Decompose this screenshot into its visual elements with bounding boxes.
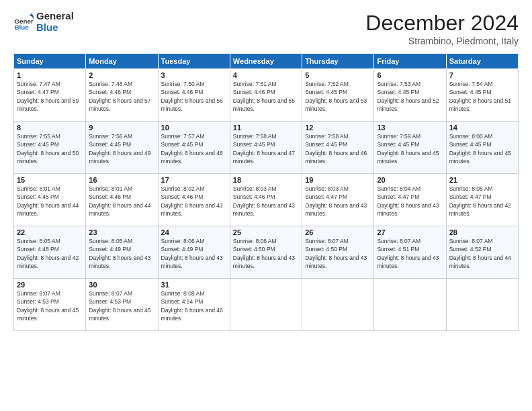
day-detail: Sunrise: 7:54 AMSunset: 4:45 PMDaylight:… — [449, 81, 511, 112]
day-number: 21 — [449, 176, 515, 184]
calendar-cell: 2 Sunrise: 7:48 AMSunset: 4:46 PMDayligh… — [86, 69, 158, 122]
calendar-cell: 26 Sunrise: 8:07 AMSunset: 4:50 PMDaylig… — [302, 226, 374, 279]
header-sunday: Sunday — [14, 54, 86, 69]
day-detail: Sunrise: 7:51 AMSunset: 4:46 PMDaylight:… — [233, 81, 295, 112]
calendar-cell: 8 Sunrise: 7:55 AMSunset: 4:45 PMDayligh… — [14, 122, 86, 174]
day-number: 1 — [17, 71, 83, 79]
calendar-cell: 6 Sunrise: 7:53 AMSunset: 4:45 PMDayligh… — [374, 69, 446, 122]
page: General Blue General Blue December 2024 … — [0, 0, 532, 411]
calendar-cell: 10 Sunrise: 7:57 AMSunset: 4:45 PMDaylig… — [158, 122, 230, 174]
header-wednesday: Wednesday — [230, 54, 302, 69]
day-number: 18 — [233, 176, 299, 184]
calendar-row-5: 29 Sunrise: 8:07 AMSunset: 4:53 PMDaylig… — [14, 279, 519, 331]
calendar-cell — [374, 279, 446, 331]
day-detail: Sunrise: 8:04 AMSunset: 4:47 PMDaylight:… — [377, 185, 439, 217]
calendar-cell: 27 Sunrise: 8:07 AMSunset: 4:51 PMDaylig… — [374, 226, 446, 279]
header-tuesday: Tuesday — [158, 54, 230, 69]
day-number: 25 — [233, 228, 299, 236]
day-number: 31 — [161, 281, 227, 289]
day-detail: Sunrise: 8:00 AMSunset: 4:45 PMDaylight:… — [449, 133, 511, 165]
calendar-cell: 14 Sunrise: 8:00 AMSunset: 4:45 PMDaylig… — [446, 122, 518, 174]
month-title: December 2024 — [365, 11, 519, 36]
calendar-cell: 18 Sunrise: 8:03 AMSunset: 4:46 PMDaylig… — [230, 174, 302, 226]
calendar-cell: 24 Sunrise: 8:06 AMSunset: 4:49 PMDaylig… — [158, 226, 230, 279]
day-detail: Sunrise: 7:50 AMSunset: 4:46 PMDaylight:… — [161, 81, 223, 112]
calendar-row-4: 22 Sunrise: 8:05 AMSunset: 4:48 PMDaylig… — [14, 226, 519, 279]
weekday-header-row: Sunday Monday Tuesday Wednesday Thursday… — [14, 54, 519, 69]
calendar-cell: 31 Sunrise: 8:08 AMSunset: 4:54 PMDaylig… — [158, 279, 230, 331]
header-saturday: Saturday — [446, 54, 518, 69]
day-detail: Sunrise: 8:03 AMSunset: 4:47 PMDaylight:… — [305, 185, 367, 217]
day-detail: Sunrise: 8:07 AMSunset: 4:50 PMDaylight:… — [305, 238, 367, 269]
day-number: 12 — [305, 124, 371, 132]
calendar-cell: 25 Sunrise: 8:06 AMSunset: 4:50 PMDaylig… — [230, 226, 302, 279]
day-number: 10 — [161, 124, 227, 132]
day-detail: Sunrise: 8:05 AMSunset: 4:49 PMDaylight:… — [89, 238, 150, 269]
day-detail: Sunrise: 7:59 AMSunset: 4:45 PMDaylight:… — [377, 133, 439, 165]
day-detail: Sunrise: 7:57 AMSunset: 4:45 PMDaylight:… — [161, 133, 223, 165]
day-detail: Sunrise: 7:52 AMSunset: 4:45 PMDaylight:… — [305, 81, 367, 112]
header-monday: Monday — [86, 54, 158, 69]
calendar-cell: 30 Sunrise: 8:07 AMSunset: 4:53 PMDaylig… — [86, 279, 158, 331]
calendar-cell: 4 Sunrise: 7:51 AMSunset: 4:46 PMDayligh… — [230, 69, 302, 122]
day-number: 14 — [449, 124, 515, 132]
day-detail: Sunrise: 7:55 AMSunset: 4:45 PMDaylight:… — [17, 133, 79, 165]
svg-text:Blue: Blue — [15, 24, 30, 31]
day-detail: Sunrise: 8:01 AMSunset: 4:45 PMDaylight:… — [17, 185, 79, 217]
calendar-cell: 3 Sunrise: 7:50 AMSunset: 4:46 PMDayligh… — [158, 69, 230, 122]
calendar-cell: 15 Sunrise: 8:01 AMSunset: 4:45 PMDaylig… — [14, 174, 86, 226]
calendar-cell: 21 Sunrise: 8:05 AMSunset: 4:47 PMDaylig… — [446, 174, 518, 226]
svg-marker-2 — [30, 13, 34, 16]
day-detail: Sunrise: 7:53 AMSunset: 4:45 PMDaylight:… — [377, 81, 439, 112]
day-number: 20 — [377, 176, 443, 184]
calendar-cell: 13 Sunrise: 7:59 AMSunset: 4:45 PMDaylig… — [374, 122, 446, 174]
calendar-cell — [446, 279, 518, 331]
day-detail: Sunrise: 8:05 AMSunset: 4:48 PMDaylight:… — [17, 238, 79, 269]
day-number: 6 — [377, 71, 443, 79]
day-number: 4 — [233, 71, 299, 79]
header-friday: Friday — [374, 54, 446, 69]
logo-icon: General Blue — [13, 12, 34, 32]
calendar-cell: 20 Sunrise: 8:04 AMSunset: 4:47 PMDaylig… — [374, 174, 446, 226]
calendar-cell: 17 Sunrise: 8:02 AMSunset: 4:46 PMDaylig… — [158, 174, 230, 226]
title-block: December 2024 Strambino, Piedmont, Italy — [365, 11, 519, 46]
day-detail: Sunrise: 8:07 AMSunset: 4:53 PMDaylight:… — [17, 290, 79, 322]
day-number: 3 — [161, 71, 227, 79]
day-detail: Sunrise: 8:06 AMSunset: 4:50 PMDaylight:… — [233, 238, 295, 269]
day-detail: Sunrise: 7:58 AMSunset: 4:45 PMDaylight:… — [305, 133, 367, 165]
day-detail: Sunrise: 8:07 AMSunset: 4:53 PMDaylight:… — [89, 290, 150, 322]
day-detail: Sunrise: 8:07 AMSunset: 4:51 PMDaylight:… — [377, 238, 439, 269]
day-detail: Sunrise: 8:02 AMSunset: 4:46 PMDaylight:… — [161, 185, 223, 217]
calendar-cell: 11 Sunrise: 7:58 AMSunset: 4:45 PMDaylig… — [230, 122, 302, 174]
calendar-row-3: 15 Sunrise: 8:01 AMSunset: 4:45 PMDaylig… — [14, 174, 519, 226]
calendar-cell: 23 Sunrise: 8:05 AMSunset: 4:49 PMDaylig… — [86, 226, 158, 279]
day-number: 5 — [305, 71, 371, 79]
day-number: 27 — [377, 228, 443, 236]
calendar-table: Sunday Monday Tuesday Wednesday Thursday… — [13, 53, 519, 331]
day-number: 22 — [17, 228, 83, 236]
calendar-cell — [230, 279, 302, 331]
calendar-cell: 22 Sunrise: 8:05 AMSunset: 4:48 PMDaylig… — [14, 226, 86, 279]
day-detail: Sunrise: 8:01 AMSunset: 4:46 PMDaylight:… — [89, 185, 150, 217]
day-number: 2 — [89, 71, 154, 79]
day-number: 7 — [449, 71, 515, 79]
location: Strambino, Piedmont, Italy — [365, 36, 519, 46]
calendar-cell — [302, 279, 374, 331]
logo-line2: Blue — [36, 22, 74, 34]
header: General Blue General Blue December 2024 … — [13, 11, 519, 46]
calendar-cell: 29 Sunrise: 8:07 AMSunset: 4:53 PMDaylig… — [14, 279, 86, 331]
day-number: 9 — [89, 124, 154, 132]
day-number: 15 — [17, 176, 83, 184]
calendar-row-1: 1 Sunrise: 7:47 AMSunset: 4:47 PMDayligh… — [14, 69, 519, 122]
day-detail: Sunrise: 8:08 AMSunset: 4:54 PMDaylight:… — [161, 290, 223, 322]
day-number: 8 — [17, 124, 83, 132]
day-detail: Sunrise: 7:47 AMSunset: 4:47 PMDaylight:… — [17, 81, 79, 112]
day-number: 23 — [89, 228, 154, 236]
header-thursday: Thursday — [302, 54, 374, 69]
day-number: 30 — [89, 281, 154, 289]
logo-line1: General — [36, 11, 74, 22]
day-number: 16 — [89, 176, 154, 184]
calendar-cell: 16 Sunrise: 8:01 AMSunset: 4:46 PMDaylig… — [86, 174, 158, 226]
day-number: 19 — [305, 176, 371, 184]
day-number: 13 — [377, 124, 443, 132]
